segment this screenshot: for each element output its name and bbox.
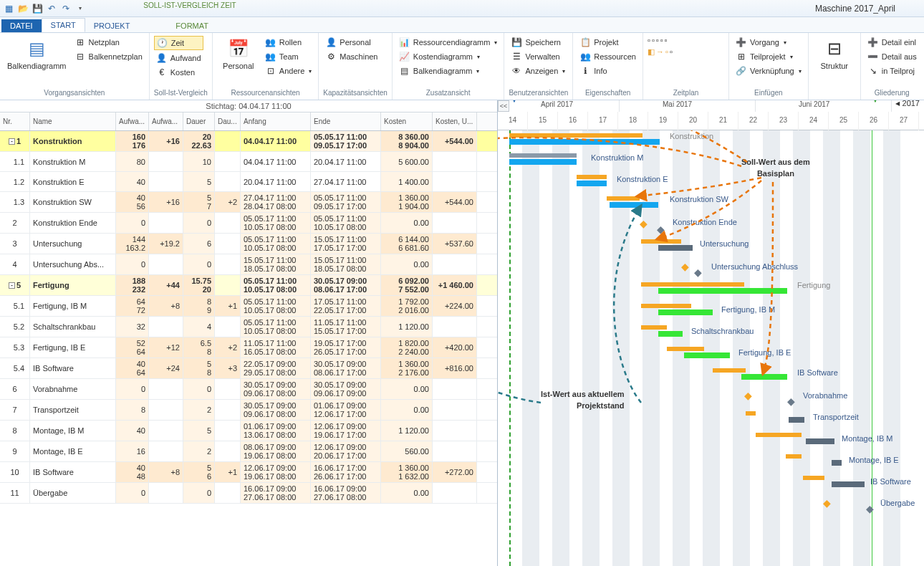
table-cell[interactable]: 4056 (116, 192, 149, 212)
table-cell[interactable]: 20.04.17 11:00 (311, 152, 381, 171)
table-cell[interactable]: 12.06.17 09:0019.06.17 08:00 (241, 462, 311, 482)
kap-maschinen-button[interactable]: ⚙Maschinen (323, 50, 380, 63)
verwalten-button[interactable]: ☰Verwalten (509, 50, 567, 63)
gantt-bar[interactable] (610, 202, 658, 208)
table-cell[interactable]: 5 (183, 421, 215, 441)
table-cell[interactable]: 05.05.17 11:0010.05.17 08:00 (241, 234, 311, 254)
table-cell[interactable]: 0 (183, 213, 215, 233)
table-cell[interactable]: IB Software (30, 358, 116, 378)
table-cell[interactable]: +16 (149, 131, 183, 151)
table-cell[interactable]: Fertigung, IB M (30, 296, 116, 316)
table-cell[interactable]: 16 (116, 441, 149, 461)
table-cell[interactable]: Fertigung (30, 275, 116, 295)
gantt-bar[interactable] (786, 454, 802, 459)
balkdiag-button[interactable]: ▤Balkendiagramm▾ (397, 64, 500, 77)
gantt-bar[interactable] (658, 288, 787, 294)
personal-button[interactable]: 📅Personal (217, 36, 260, 72)
gantt-bar[interactable] (641, 304, 691, 308)
milestone-icon[interactable]: ◆ (681, 261, 689, 272)
table-cell[interactable]: 4064 (116, 358, 149, 378)
table-cell[interactable]: 30.05.17 09:0008.06.17 17:00 (311, 275, 381, 295)
milestone-icon[interactable]: ◆ (744, 390, 752, 401)
table-cell[interactable]: 6 092.007 552.00 (381, 275, 433, 295)
table-cell[interactable] (215, 254, 241, 274)
table-cell[interactable]: 12.06.17 09:0019.06.17 17:00 (311, 421, 381, 441)
table-cell[interactable]: Transportzeit (30, 400, 116, 420)
zeit-button[interactable]: 🕐Zeit (154, 36, 203, 50)
table-row[interactable]: 5.3Fertigung, IB E5264+126.58+211.05.17 … (0, 337, 497, 358)
table-cell[interactable]: 6 (0, 379, 30, 399)
table-cell[interactable]: -5 (0, 275, 30, 295)
table-cell[interactable]: +2 (215, 192, 241, 212)
table-cell[interactable]: 05.05.17 11:0010.05.17 08:00 (311, 213, 381, 233)
table-cell[interactable]: 15.05.17 11:0018.05.17 08:00 (311, 254, 381, 274)
rollen-button[interactable]: 👥Rollen (263, 36, 314, 49)
table-cell[interactable]: -1 (0, 131, 30, 151)
table-cell[interactable]: +272.00 (433, 462, 477, 482)
gantt-bar[interactable] (509, 153, 577, 158)
table-cell[interactable]: 05.05.17 11:0010.05.17 08:00 (241, 213, 311, 233)
gantt-bar[interactable] (641, 239, 681, 244)
teilproj-button[interactable]: ⊞Teilprojekt▾ (733, 50, 804, 63)
table-cell[interactable]: 2 (183, 441, 215, 461)
table-cell[interactable]: 6.58 (183, 337, 215, 358)
table-row[interactable]: 11Übergabe0016.06.17 09:0027.06.17 08:00… (0, 483, 497, 504)
table-cell[interactable]: 9 (0, 441, 30, 461)
gantt-bar[interactable] (803, 476, 824, 480)
table-cell[interactable]: Fertigung, IB E (30, 337, 116, 358)
table-cell[interactable]: 2 (183, 400, 215, 420)
gantt-bar[interactable] (832, 460, 842, 466)
table-cell[interactable]: 05.05.17 11:0010.05.17 08:00 (241, 296, 311, 316)
in-teilproj-button[interactable]: ↘in Teilproj (865, 64, 919, 77)
table-row[interactable]: 6Vorabnahme0030.05.17 09:0009.06.17 08:0… (0, 379, 497, 400)
table-cell[interactable]: 1 120.00 (381, 421, 433, 441)
table-cell[interactable]: 16.06.17 09:0027.06.17 08:00 (241, 483, 311, 503)
table-cell[interactable]: 10 (0, 462, 30, 482)
gantt-bar[interactable] (741, 374, 787, 380)
table-row[interactable]: 10IB Software4048+856+112.06.17 09:0019.… (0, 462, 497, 483)
table-cell[interactable] (215, 441, 241, 461)
table-cell[interactable]: 1 360.001 904.00 (381, 192, 433, 212)
tab-projekt[interactable]: PROJEKT (85, 19, 139, 32)
save-icon[interactable]: 💾 (32, 3, 43, 14)
table-cell[interactable]: +44 (149, 275, 183, 295)
table-cell[interactable]: 30.05.17 09:0009.06.17 09:00 (311, 379, 381, 399)
table-cell[interactable] (215, 379, 241, 399)
table-cell[interactable]: 8 (0, 421, 30, 441)
zp8-icon[interactable]: ▫ (665, 47, 668, 57)
table-cell[interactable]: 560.00 (381, 441, 433, 461)
zp3-icon[interactable]: ▫ (656, 36, 659, 44)
table-cell[interactable]: 01.06.17 09:0012.06.17 17:00 (311, 400, 381, 420)
table-cell[interactable]: 188232 (116, 275, 149, 295)
balkennetzplan-button[interactable]: ⊟Balkennetzplan (72, 50, 145, 63)
col-nr[interactable]: Nr. (0, 112, 30, 130)
col-anfang[interactable]: Anfang (241, 112, 311, 130)
gantt-bar[interactable] (658, 310, 713, 315)
gantt-bar[interactable] (641, 325, 667, 330)
table-cell[interactable] (433, 317, 477, 337)
table-cell[interactable]: 0 (183, 254, 215, 274)
table-cell[interactable]: IB Software (30, 462, 116, 482)
table-cell[interactable]: +16 (149, 192, 183, 212)
table-cell[interactable]: 0.00 (381, 483, 433, 503)
milestone-ist-icon[interactable]: ◆ (657, 224, 665, 235)
table-cell[interactable]: 8 (116, 400, 149, 420)
table-cell[interactable]: 30.05.17 09:0008.06.17 17:00 (311, 358, 381, 378)
zp9-icon[interactable]: ▫ (670, 47, 673, 57)
table-cell[interactable]: +12 (149, 337, 183, 358)
kap-personal-button[interactable]: 👤Personal (323, 36, 380, 49)
table-row[interactable]: 3Untersuchung144163.2+19.2605.05.17 11:0… (0, 234, 497, 254)
table-cell[interactable] (149, 152, 183, 171)
table-cell[interactable] (149, 254, 183, 274)
table-cell[interactable]: 27.04.17 11:00 (311, 172, 381, 191)
table-cell[interactable]: Untersuchung Abs... (30, 254, 116, 274)
table-cell[interactable]: 5.2 (0, 317, 30, 337)
table-cell[interactable]: +544.00 (433, 192, 477, 212)
table-cell[interactable] (149, 317, 183, 337)
table-cell[interactable]: 04.04.17 11:00 (241, 131, 311, 151)
table-cell[interactable]: 6 144.006 681.60 (381, 234, 433, 254)
gantt-bar-soll[interactable] (509, 133, 643, 138)
table-cell[interactable] (433, 441, 477, 461)
col-aufwand[interactable]: Aufwa... (116, 112, 149, 130)
table-cell[interactable]: 0.00 (381, 213, 433, 233)
